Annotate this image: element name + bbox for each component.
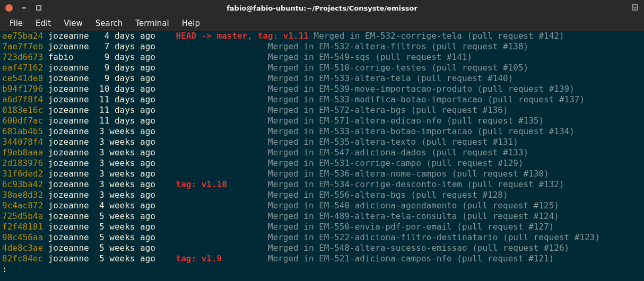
commit-ref-empty [176, 41, 268, 52]
git-log-row: 31f6ded2jozeanne3 weeks ago Merged in EM… [2, 169, 642, 179]
commit-author: jozeanne [48, 105, 94, 116]
padding [155, 179, 176, 190]
terminal-output[interactable]: ae75ba24jozeanne4 days ago HEAD -> maste… [0, 31, 644, 275]
window-title: fabio@fabio-ubuntu:~/Projects/Consyste/e… [0, 4, 644, 12]
commit-author: jozeanne [48, 63, 94, 73]
commit-hash: 344078f4 [2, 137, 48, 147]
git-log-row: 4de8c3aejozeanne5 weeks ago Merged in EM… [2, 243, 642, 253]
git-log-row: f9eb8aaajozeanne3 weeks ago Merged in EM… [2, 147, 642, 158]
commit-author: jozeanne [48, 232, 94, 243]
commit-age: 5 weeks ago [94, 211, 155, 222]
commit-author: jozeanne [48, 158, 94, 169]
commit-age: 11 days ago [94, 116, 155, 126]
commit-age: 9 days ago [94, 52, 155, 63]
padding [155, 84, 176, 94]
commit-age: 7 days ago [94, 41, 155, 52]
commit-message: Merged in EM-534-corrige-desconto-item (… [227, 179, 564, 189]
commit-author: jozeanne [48, 179, 94, 190]
menu-terminal[interactable]: Terminal [130, 16, 174, 30]
commit-age: 3 weeks ago [94, 126, 155, 137]
commit-hash: 681ab4b5 [2, 126, 48, 137]
padding [155, 190, 176, 200]
commit-ref-empty [176, 126, 268, 137]
commit-age: 5 weeks ago [94, 222, 155, 232]
padding [155, 63, 176, 73]
commit-hash: f9eb8aaa [2, 147, 48, 158]
padding [155, 126, 176, 137]
commit-author: jozeanne [48, 84, 94, 94]
commit-message: Merged in EM-549-sqs (pull request #141) [268, 52, 472, 62]
commit-hash: 98c456aa [2, 232, 48, 243]
window-controls-left [0, 4, 42, 12]
commit-hash: 7ae7f7eb [2, 41, 48, 52]
commit-message: Merged in EM-533-altera-botao-importacao… [268, 126, 575, 136]
menu-search[interactable]: Search [90, 16, 128, 30]
git-log-row: 38ae8d32jozeanne3 weeks ago Merged in EM… [2, 190, 642, 200]
git-log-row: 2d183976jozeanne3 weeks ago Merged in EM… [2, 158, 642, 169]
commit-age: 5 weeks ago [94, 243, 155, 253]
commit-hash: f2f48181 [2, 222, 48, 232]
pager-prompt[interactable]: : [2, 264, 642, 275]
svg-rect-1 [37, 6, 41, 10]
commit-ref-empty [176, 137, 268, 147]
commit-ref: tag: v1.10 [176, 179, 227, 190]
padding [155, 31, 176, 41]
commit-ref-empty [176, 190, 268, 200]
commit-message: Merged in EM-571-altera-edicao-nfe (pull… [268, 116, 544, 126]
git-log-row: 82fc84ecjozeanne5 weeks ago tag: v1.9 Me… [2, 253, 642, 264]
menu-file[interactable]: File [4, 16, 28, 30]
commit-hash: b94f1796 [2, 84, 48, 94]
commit-author: jozeanne [48, 137, 94, 147]
commit-message: Merged in EM-540-adiciona-agendamento (p… [268, 200, 559, 210]
commit-author: jozeanne [48, 200, 94, 211]
menu-edit[interactable]: Edit [30, 16, 56, 30]
git-log-row: 600df7acjozeanne11 days ago Merged in EM… [2, 116, 642, 126]
commit-author: jozeanne [48, 116, 94, 126]
git-log-row: 725d5b4ajozeanne5 weeks ago Merged in EM… [2, 211, 642, 222]
commit-hash: 38ae8d32 [2, 190, 48, 200]
commit-age: 3 weeks ago [94, 190, 155, 200]
maximize-icon[interactable] [35, 4, 42, 12]
padding [155, 52, 176, 63]
commit-message: Merged in EM-532-corrige-tela (pull requ… [309, 31, 564, 41]
commit-ref-empty [176, 211, 268, 222]
padding [155, 232, 176, 243]
git-log-row: b94f1796jozeanne10 days ago Merged in EM… [2, 84, 642, 94]
git-log-row: 681ab4b5jozeanne3 weeks ago Merged in EM… [2, 126, 642, 137]
padding [155, 147, 176, 158]
commit-message: Merged in EM-548-altera-sucesso-emissao … [268, 243, 569, 253]
commit-author: jozeanne [48, 243, 94, 253]
commit-message: Merged in EM-535-altera-texto (pull requ… [268, 137, 518, 147]
commit-ref-empty [176, 200, 268, 211]
padding [155, 200, 176, 211]
titlebar: fabio@fabio-ubuntu:~/Projects/Consyste/e… [0, 0, 644, 16]
commit-ref-empty [176, 243, 268, 253]
minimize-icon[interactable] [20, 4, 28, 12]
git-log-row: a6d7f8f4jozeanne11 days ago Merged in EM… [2, 94, 642, 105]
commit-author: jozeanne [48, 126, 94, 137]
padding [155, 105, 176, 116]
commit-ref-empty [176, 222, 268, 232]
menu-help[interactable]: Help [177, 16, 205, 30]
commit-message: Merged in EM-522-adiciona-filtro-destina… [268, 232, 600, 242]
commit-message: Merged in EM-550-envia-pdf-por-email (pu… [268, 222, 554, 232]
commit-age: 5 weeks ago [94, 232, 155, 243]
menu-icon[interactable] [631, 4, 640, 12]
commit-hash: 0183e16c [2, 105, 48, 116]
git-log-row: 98c456aajozeanne5 weeks ago Merged in EM… [2, 232, 642, 243]
commit-message: Merged in EM-556-altera-bgs (pull reques… [268, 190, 508, 200]
commit-ref-empty [176, 52, 268, 63]
menu-view[interactable]: View [58, 16, 88, 30]
commit-hash: ae75ba24 [2, 31, 48, 41]
commit-author: jozeanne [48, 41, 94, 52]
commit-age: 11 days ago [94, 94, 155, 105]
commit-ref-empty [176, 169, 268, 179]
commit-age: 4 weeks ago [94, 200, 155, 211]
commit-message: Merged in EM-547-adiciona-dados (pull re… [268, 147, 528, 157]
commit-message: Merged in EM-532-altera-filtros (pull re… [268, 41, 528, 51]
commit-hash: 723d6673 [2, 52, 48, 63]
git-log-row: 9c4ac872jozeanne4 weeks ago Merged in EM… [2, 200, 642, 211]
commit-message: Merged in EM-539-move-importacao-produto… [268, 84, 575, 94]
commit-message: Merged in EM-533-altera-tela (pull reque… [268, 73, 513, 83]
close-icon[interactable] [5, 4, 13, 12]
